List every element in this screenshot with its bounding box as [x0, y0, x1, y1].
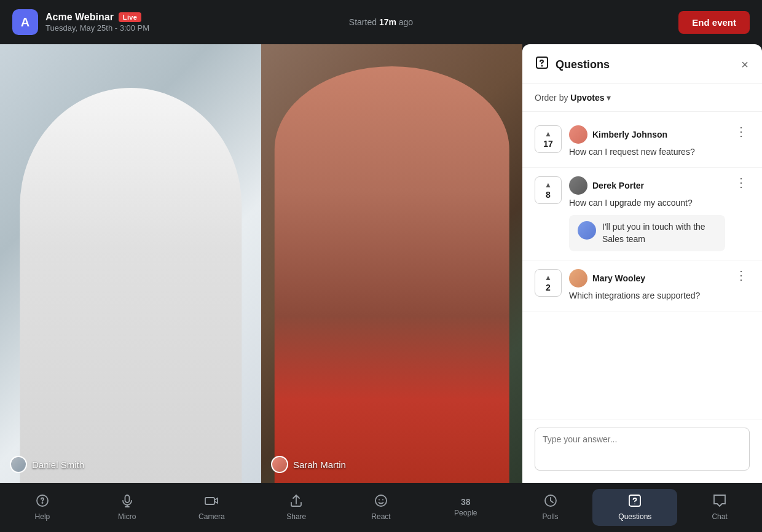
help-label: Help — [35, 512, 50, 521]
polls-label: Polls — [543, 512, 559, 521]
question-text-3: Which integrations are supported? — [569, 290, 725, 302]
svg-rect-4 — [125, 495, 129, 503]
toolbar-camera[interactable]: Camera — [170, 489, 254, 526]
mary-avatar — [569, 269, 587, 288]
question-more-button-1[interactable]: ⋮ — [733, 125, 750, 138]
chat-icon — [713, 494, 726, 510]
end-event-button[interactable]: End event — [678, 11, 750, 34]
questions-toolbar-icon — [628, 494, 642, 510]
main-content: Daniel Smith Sarah Martin Ques — [0, 44, 762, 483]
daniel-silhouette — [20, 88, 242, 483]
camera-icon — [205, 494, 218, 510]
toolbar-help[interactable]: Help — [0, 489, 85, 526]
question-content-1: Kimberly Johnson How can I request new f… — [569, 125, 725, 158]
react-icon — [374, 494, 388, 510]
daniel-name: Daniel Smith — [32, 460, 84, 470]
reply-avatar — [578, 221, 596, 240]
webinar-title: Acme Webinar — [45, 12, 114, 23]
people-count: 38 — [461, 498, 471, 506]
chat-label: Chat — [712, 512, 727, 521]
upvote-arrow-3: ▲ — [544, 273, 552, 282]
upvote-arrow-1: ▲ — [544, 130, 552, 138]
video-label-daniel: Daniel Smith — [10, 456, 84, 473]
reply-text-2: I'll put you in touch with the Sales tea… — [602, 221, 717, 245]
video-pane-daniel: Daniel Smith — [0, 44, 261, 483]
header: A Acme Webinar Live Tuesday, May 25th - … — [0, 0, 762, 44]
toolbar-questions[interactable]: Questions — [592, 489, 677, 526]
svg-rect-7 — [205, 498, 214, 504]
live-badge: Live — [119, 12, 141, 22]
people-label: People — [454, 509, 477, 517]
micro-icon — [120, 494, 134, 510]
toolbar-share[interactable]: Share — [254, 489, 339, 526]
order-by-value: Upvotes — [570, 93, 604, 103]
order-by-label: Order by — [535, 93, 570, 103]
questions-icon — [535, 55, 549, 74]
upvote-count-1: 17 — [543, 139, 553, 149]
sarah-silhouette — [274, 66, 509, 483]
svg-point-9 — [379, 499, 380, 501]
question-meta-2: Derek Porter — [569, 176, 725, 195]
toolbar-chat[interactable]: Chat — [677, 489, 762, 526]
question-text-1: How can I request new features? — [569, 146, 725, 158]
header-right: End event — [504, 11, 750, 34]
order-bar: Order by Upvotes ▾ — [522, 84, 762, 112]
question-content-2: Derek Porter How can I upgrade my accoun… — [569, 176, 725, 252]
question-row-2: ▲ 8 Derek Porter How can I upgrade my ac… — [535, 176, 750, 252]
question-content-3: Mary Wooley Which integrations are suppo… — [569, 269, 725, 302]
question-meta-1: Kimberly Johnson — [569, 125, 725, 144]
toolbar-polls[interactable]: Polls — [508, 489, 593, 526]
questions-list: ▲ 17 Kimberly Johnson How can I request … — [522, 112, 762, 420]
share-label: Share — [286, 512, 306, 521]
started-time: 17m — [379, 17, 396, 27]
header-started-info: Started 17m ago — [258, 17, 504, 27]
question-more-button-3[interactable]: ⋮ — [733, 269, 750, 281]
question-meta-3: Mary Wooley — [569, 269, 725, 288]
close-panel-button[interactable]: × — [740, 57, 750, 72]
camera-label: Camera — [198, 512, 225, 521]
derek-avatar — [569, 176, 587, 195]
question-row-3: ▲ 2 Mary Wooley Which integrations are s… — [535, 269, 750, 302]
app-avatar: A — [12, 9, 38, 35]
svg-point-10 — [382, 499, 383, 501]
svg-point-8 — [375, 495, 387, 506]
video-pane-sarah: Sarah Martin — [261, 44, 522, 483]
toolbar-micro[interactable]: Micro — [85, 489, 170, 526]
upvote-button-2[interactable]: ▲ 8 — [535, 176, 562, 204]
question-row-1: ▲ 17 Kimberly Johnson How can I request … — [535, 125, 750, 158]
toolbar-react[interactable]: React — [339, 489, 423, 526]
help-icon — [36, 494, 49, 510]
header-title-row: Acme Webinar Live — [45, 12, 149, 23]
svg-point-3 — [42, 503, 42, 503]
kimberly-avatar — [569, 125, 587, 144]
question-item-2: ▲ 8 Derek Porter How can I upgrade my ac… — [522, 168, 762, 261]
started-prefix: Started — [349, 17, 379, 27]
panel-title: Questions — [556, 58, 734, 71]
upvote-arrow-2: ▲ — [544, 181, 552, 189]
answer-input[interactable] — [535, 428, 750, 471]
svg-point-1 — [542, 66, 543, 66]
order-by-button[interactable]: Order by Upvotes ▾ — [535, 93, 611, 103]
sarah-avatar — [271, 456, 288, 473]
question-item-3: ▲ 2 Mary Wooley Which integrations are s… — [522, 260, 762, 311]
svg-point-13 — [635, 503, 635, 504]
started-suffix: ago — [396, 17, 413, 27]
header-left: A Acme Webinar Live Tuesday, May 25th - … — [12, 9, 258, 35]
question-text-2: How can I upgrade my account? — [569, 197, 725, 209]
close-icon: × — [741, 58, 748, 71]
daniel-avatar — [10, 456, 27, 473]
video-area: Daniel Smith Sarah Martin — [0, 44, 522, 483]
answer-input-area — [522, 420, 762, 483]
questions-toolbar-label: Questions — [618, 512, 651, 521]
toolbar-people[interactable]: 38 People — [423, 493, 508, 522]
upvote-button-1[interactable]: ▲ 17 — [535, 125, 562, 153]
share-icon — [289, 494, 303, 510]
upvote-button-3[interactable]: ▲ 2 — [535, 269, 562, 297]
video-label-sarah: Sarah Martin — [271, 456, 346, 473]
micro-label: Micro — [118, 512, 136, 521]
question-item-1: ▲ 17 Kimberly Johnson How can I request … — [522, 117, 762, 168]
header-title-group: Acme Webinar Live Tuesday, May 25th - 3:… — [45, 12, 149, 33]
question-more-button-2[interactable]: ⋮ — [733, 176, 750, 189]
upvote-count-3: 2 — [546, 283, 551, 292]
polls-icon — [544, 494, 557, 510]
